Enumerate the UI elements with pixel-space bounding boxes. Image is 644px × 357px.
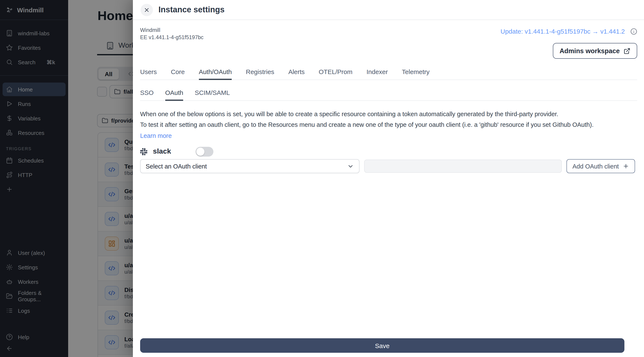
subtab-oauth[interactable]: OAuth — [165, 89, 183, 101]
slack-provider-row: slack — [140, 145, 637, 158]
save-button[interactable]: Save — [140, 338, 624, 353]
external-link-icon — [624, 47, 630, 54]
instance-version-string: EE v1.441.1-4-g51f5197bc — [140, 34, 204, 41]
learn-more-link[interactable]: Learn more — [140, 132, 172, 139]
slack-icon — [140, 148, 147, 155]
oauth-description-line2: To test it after setting an oauth client… — [140, 120, 637, 130]
info-icon[interactable] — [630, 28, 637, 35]
add-oauth-client-button[interactable]: Add OAuth client — [566, 159, 635, 173]
plus-icon — [623, 163, 629, 169]
chevron-down-icon — [347, 163, 354, 170]
subtab-sso[interactable]: SSO — [140, 89, 154, 101]
oauth-description-line1: When one of the below options is set, yo… — [140, 109, 637, 120]
oauth-client-id-input[interactable] — [364, 160, 562, 173]
instance-version: Windmill EE v1.441.1-4-g51f5197bc — [140, 27, 204, 41]
drawer-header: Instance settings — [133, 0, 644, 20]
close-icon[interactable] — [140, 3, 153, 16]
tab-alerts[interactable]: Alerts — [288, 68, 305, 80]
drawer-body: Windmill EE v1.441.1-4-g51f5197bc Update… — [133, 19, 644, 357]
add-oauth-client-label: Add OAuth client — [572, 163, 619, 170]
oauth-client-select[interactable]: Select an OAuth client — [140, 159, 360, 173]
slack-toggle[interactable] — [195, 147, 213, 156]
tab-otel-prom[interactable]: OTEL/Prom — [319, 68, 352, 80]
toggle-knob — [196, 147, 204, 156]
tab-telemetry[interactable]: Telemetry — [402, 68, 430, 80]
app-root: Windmill windmill-labs Favorites — [0, 0, 644, 357]
tab-core[interactable]: Core — [171, 68, 185, 80]
auth-subtabs: SSO OAuth SCIM/SAML — [140, 89, 637, 101]
provider-name: slack — [153, 147, 171, 156]
instance-settings-drawer: Instance settings Windmill EE v1.441.1-4… — [133, 0, 644, 357]
drawer-title: Instance settings — [158, 5, 224, 14]
tab-registries[interactable]: Registries — [246, 68, 274, 80]
tab-auth-oauth[interactable]: Auth/OAuth — [199, 68, 232, 80]
update-link[interactable]: Update: v1.441.1-4-g51f5197bc → v1.441.2 — [500, 28, 625, 35]
tab-users[interactable]: Users — [140, 68, 157, 80]
admins-workspace-button[interactable]: Admins workspace — [553, 43, 637, 59]
subtab-scim-saml[interactable]: SCIM/SAML — [195, 89, 230, 101]
admins-workspace-label: Admins workspace — [560, 47, 620, 55]
instance-name: Windmill — [140, 27, 204, 34]
tab-indexer[interactable]: Indexer — [366, 68, 388, 80]
oauth-client-select-value: Select an OAuth client — [146, 163, 207, 170]
settings-tabs: Users Core Auth/OAuth Registries Alerts … — [140, 68, 637, 80]
